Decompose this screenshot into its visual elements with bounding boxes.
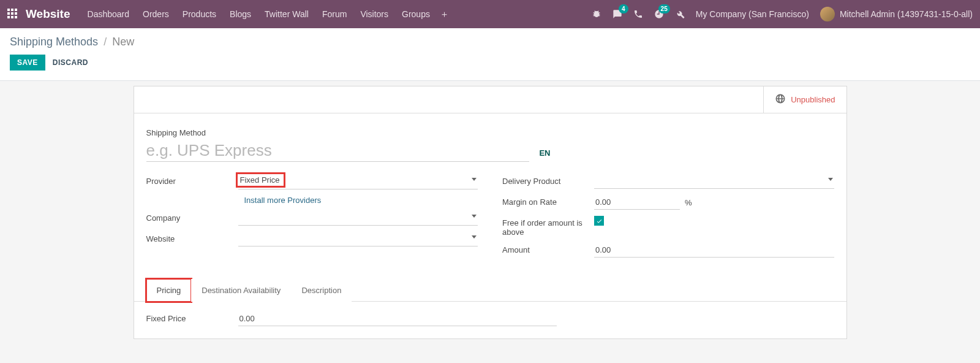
activities-icon[interactable]: 25 [654,9,664,19]
provider-select-value[interactable]: Fixed Price [240,175,280,185]
navbar: Website Dashboard Orders Products Blogs … [0,0,980,28]
phone-icon[interactable] [633,9,643,19]
publish-toggle[interactable]: Unpublished [763,86,846,113]
tab-content-pricing: Fixed Price [146,311,834,326]
breadcrumb-separator: / [104,36,107,48]
chevron-down-icon [472,178,477,181]
save-button[interactable]: SAVE [10,55,45,71]
nav-link-visitors[interactable]: Visitors [360,9,388,19]
shipping-method-label: Shipping Method [146,128,834,137]
breadcrumb: Shipping Methods / New [10,36,970,48]
company-select[interactable] [238,211,478,226]
fixed-price-label: Fixed Price [146,311,238,323]
language-button[interactable]: EN [539,148,550,158]
tab-pricing[interactable]: Pricing [146,279,192,302]
apps-menu-icon[interactable] [7,9,18,20]
globe-icon [775,93,786,106]
amount-label: Amount [502,243,594,254]
margin-label: Margin on Rate [502,195,594,207]
user-name: Mitchell Admin (14397431-15-0-all) [840,9,973,19]
highlight-provider: Fixed Price [236,172,285,188]
breadcrumb-root[interactable]: Shipping Methods [10,36,98,48]
provider-label: Provider [146,174,238,186]
control-bar: Shipping Methods / New SAVE DISCARD [0,28,980,81]
breadcrumb-current: New [112,36,134,48]
install-providers-link[interactable]: Install more Providers [244,196,322,205]
nav-links: Dashboard Orders Products Blogs Twitter … [88,9,430,19]
delivery-product-label: Delivery Product [502,174,594,186]
nav-link-groups[interactable]: Groups [402,9,430,19]
margin-suffix: % [685,198,692,207]
tools-icon[interactable] [675,9,685,19]
activities-badge: 25 [658,4,670,13]
tab-description[interactable]: Description [291,279,352,302]
avatar [820,7,835,21]
amount-input[interactable] [594,243,834,258]
nav-link-blogs[interactable]: Blogs [230,9,251,19]
website-label: Website [146,232,238,243]
publish-status: Unpublished [791,95,835,104]
free-if-label: Free if order amount is above [502,216,594,237]
messages-badge: 4 [619,4,628,13]
nav-add-icon[interactable]: ＋ [440,9,449,20]
free-if-checkbox[interactable] [594,216,604,226]
form-sheet: Unpublished Shipping Method EN Provider [134,86,847,339]
fixed-price-input[interactable] [238,311,557,326]
company-label: Company [146,211,238,223]
nav-link-forum[interactable]: Forum [322,9,347,19]
user-menu[interactable]: Mitchell Admin (14397431-15-0-all) [820,7,973,21]
tab-destination-availability[interactable]: Destination Availability [191,279,291,302]
debug-icon[interactable] [592,9,601,19]
discard-button[interactable]: DISCARD [53,58,88,67]
status-bar: Unpublished [134,86,846,113]
nav-link-orders[interactable]: Orders [143,9,169,19]
nav-link-products[interactable]: Products [183,9,216,19]
navbar-right: 4 25 My Company (San Francisco) Mitchell… [592,7,973,21]
shipping-method-input[interactable] [146,140,530,162]
app-brand[interactable]: Website [26,7,70,21]
company-selector[interactable]: My Company (San Francisco) [696,9,809,19]
website-select[interactable] [238,232,478,246]
nav-link-dashboard[interactable]: Dashboard [88,9,130,19]
margin-input[interactable] [594,195,680,210]
messages-icon[interactable]: 4 [612,9,622,19]
nav-link-twitter-wall[interactable]: Twitter Wall [265,9,309,19]
tabs: Pricing Destination Availability Descrip… [134,278,846,302]
delivery-product-select[interactable] [594,174,834,189]
